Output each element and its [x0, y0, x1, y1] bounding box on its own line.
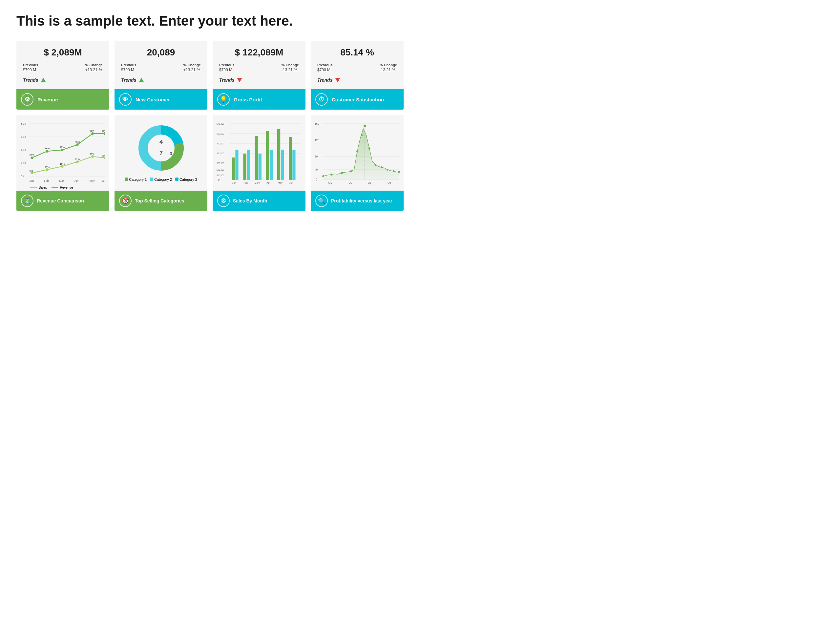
svg-point-23 [46, 168, 48, 171]
svg-rect-68 [266, 131, 269, 180]
kpi-change-col: % Change -13.21 % [380, 63, 397, 72]
trend-up-icon [139, 78, 144, 82]
svg-text:$20,000: $20,000 [216, 169, 224, 171]
kpi-stats-new-customer: Previous $790 M % Change +13.21 % [121, 63, 201, 72]
svg-text:Marh: Marh [255, 182, 260, 185]
svg-point-93 [350, 170, 352, 172]
kpi-footer-revenue: ⚙ Revenue [16, 89, 109, 110]
donut-chart: 4 7 3 Category 1 Category 2 Category 3 [118, 119, 204, 185]
svg-point-94 [356, 151, 358, 153]
previous-value: $790 M [23, 68, 38, 72]
kpi-previous-col: Previous $790 M [23, 63, 38, 72]
svg-text:3: 3 [170, 151, 172, 156]
svg-text:7: 7 [159, 150, 163, 156]
sales-by-month-icon: ⚙ [217, 194, 230, 207]
kpi-trends-customer-satisfaction: Trends [317, 76, 397, 86]
change-label: % Change [281, 63, 299, 67]
kpi-value-revenue: $ 2,089M [23, 47, 103, 58]
trends-label: Trends [317, 77, 332, 83]
svg-text:Apr: Apr [267, 182, 271, 185]
chart-body-profitability: 160 120 80 40 0 [311, 115, 404, 191]
svg-rect-72 [289, 137, 292, 180]
footer-label-revenue-comparison: Revenue Comparison [37, 198, 84, 204]
svg-rect-62 [232, 158, 235, 180]
trend-up-icon [41, 78, 46, 82]
legend-revenue: Revenue [52, 186, 73, 189]
trends-label: Trends [219, 77, 234, 83]
svg-rect-64 [243, 153, 246, 180]
kpi-change-col: % Change +13.21 % [183, 63, 201, 72]
svg-point-24 [61, 165, 63, 168]
kpi-card-customer-satisfaction: 85.14 % Previous $790 M % Change -13.21 … [311, 41, 404, 110]
change-label: % Change [183, 63, 201, 67]
revenue-comparison-icon: ⏳ [21, 194, 33, 207]
svg-text:4: 4 [159, 139, 163, 145]
svg-text:Jun: Jun [289, 182, 293, 185]
kpi-body-gross-profit: $ 122,089M Previous $790 M % Change -13.… [213, 41, 305, 89]
svg-text:0%: 0% [21, 175, 25, 178]
svg-text:28%: 28% [102, 154, 105, 157]
kpi-previous-col: Previous $790 M [121, 63, 136, 72]
chart-footer-profitability: 🔍 Profitability versus last year [311, 191, 404, 211]
svg-point-26 [91, 155, 93, 158]
svg-text:$40,000: $40,000 [216, 152, 224, 155]
dashboard-grid: $ 2,089M Previous $790 M % Change +13.21… [16, 41, 404, 211]
svg-point-99 [381, 166, 382, 168]
previous-label: Previous [23, 63, 38, 67]
area-chart: 160 120 80 40 0 [315, 119, 399, 185]
svg-point-98 [374, 164, 376, 166]
svg-point-25 [76, 161, 79, 163]
previous-label: Previous [317, 63, 332, 67]
donut-legend: Category 1 Category 2 Category 3 [125, 177, 197, 182]
svg-rect-63 [235, 150, 238, 180]
svg-point-92 [341, 172, 343, 174]
svg-point-91 [330, 174, 332, 175]
svg-point-13 [76, 144, 79, 146]
svg-rect-67 [259, 153, 262, 180]
svg-rect-65 [247, 150, 250, 180]
kpi-card-gross-profit: $ 122,089M Previous $790 M % Change -13.… [213, 41, 305, 110]
previous-label: Previous [121, 63, 136, 67]
svg-text:80%: 80% [21, 122, 27, 125]
svg-text:120: 120 [315, 139, 319, 142]
svg-rect-73 [292, 150, 295, 180]
svg-point-14 [91, 132, 93, 135]
chart-card-sales-by-month: $70,000 $60,000 $50,000 $40,000 $30,000 … [213, 115, 305, 211]
svg-text:48%: 48% [75, 141, 80, 144]
kpi-footer-new-customer: 👁 New Customer [115, 89, 207, 110]
svg-rect-66 [255, 136, 258, 180]
kpi-body-new-customer: 20,089 Previous $790 M % Change +13.21 %… [115, 41, 207, 89]
chart-footer-top-selling: 🎯 Top Selling Categories [115, 191, 207, 211]
svg-point-15 [103, 132, 105, 135]
svg-text:40%: 40% [60, 146, 65, 148]
svg-text:Q1: Q1 [328, 181, 332, 185]
bar-chart: $70,000 $60,000 $50,000 $40,000 $30,000 … [216, 119, 302, 185]
svg-point-12 [61, 148, 63, 151]
previous-value: $790 M [219, 68, 234, 72]
svg-text:5%: 5% [30, 169, 33, 172]
svg-point-90 [322, 175, 324, 177]
legend-cat2: Category 2 [150, 177, 172, 182]
chart-card-profitability: 160 120 80 40 0 [311, 115, 404, 211]
previous-value: $790 M [121, 68, 136, 72]
previous-value: $790 M [317, 68, 332, 72]
svg-point-101 [393, 170, 395, 172]
svg-text:80: 80 [315, 155, 317, 158]
kpi-card-new-customer: 20,089 Previous $790 M % Change +13.21 %… [115, 41, 207, 110]
kpi-change-col: % Change -13.21 % [281, 63, 299, 72]
footer-label-top-selling: Top Selling Categories [135, 198, 185, 204]
kpi-previous-col: Previous $790 M [317, 63, 332, 72]
footer-label-sales-by-month: Sales By Month [233, 198, 267, 204]
svg-rect-69 [270, 150, 273, 180]
kpi-body-customer-satisfaction: 85.14 % Previous $790 M % Change -13.21 … [311, 41, 404, 89]
svg-text:$60,000: $60,000 [216, 133, 224, 135]
footer-label-customer-satisfaction: Customer Satisfaction [332, 97, 384, 103]
svg-text:Feb: Feb [243, 182, 248, 185]
svg-text:Feb: Feb [44, 179, 49, 182]
svg-text:Jan: Jan [232, 182, 236, 185]
chart-card-revenue-comparison: 80% 60% 40% 20% 0% [16, 115, 109, 211]
svg-point-100 [387, 169, 388, 171]
new-customer-icon: 👁 [119, 93, 131, 106]
svg-text:$50,000: $50,000 [216, 142, 224, 145]
page-title: This is a sample text. Enter your text h… [16, 13, 404, 29]
